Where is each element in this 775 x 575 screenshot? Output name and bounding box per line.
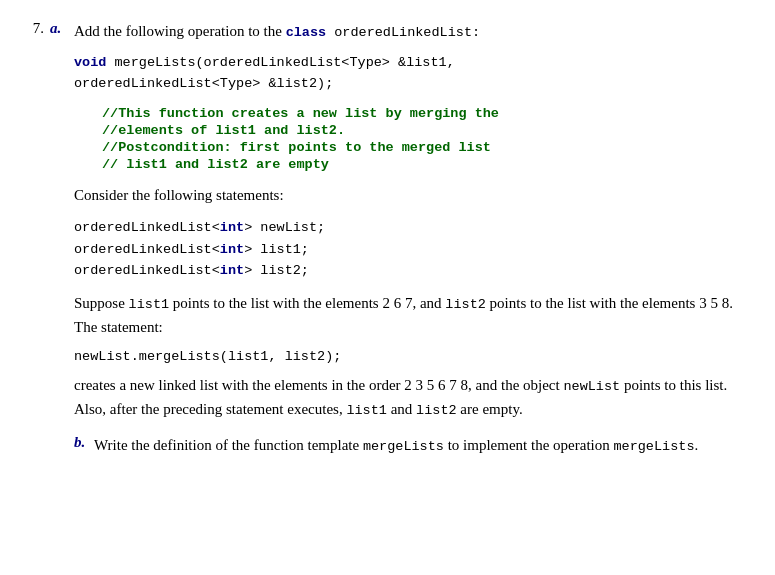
list2-ref1: list2 (445, 297, 486, 312)
mergeLists-ref1: mergeLists (363, 439, 444, 454)
decl-newlist: orderedLinkedList<int> newList; (74, 217, 745, 239)
decl-list1: orderedLinkedList<int> list1; (74, 239, 745, 261)
list2-ref2: list2 (416, 403, 457, 418)
comment-line3: //Postcondition: first points to the mer… (102, 140, 491, 155)
question-content: a. Add the following operation to the cl… (50, 20, 745, 458)
merge-statement: newList.mergeLists(list1, list2); (74, 349, 745, 364)
list1-ref1: list1 (129, 297, 170, 312)
class-keyword: class (286, 25, 327, 40)
question-number: 7. (20, 20, 50, 458)
decl-list2: orderedLinkedList<int> list2; (74, 260, 745, 282)
creates-paragraph: creates a new linked list with the eleme… (74, 374, 745, 422)
comment-line4: // list1 and list2 are empty (102, 157, 329, 172)
number-label: 7. (33, 20, 44, 36)
part-a-content: Add the following operation to the class… (74, 20, 745, 458)
question-container: 7. a. Add the following operation to the… (20, 20, 745, 458)
consider-paragraph: Consider the following statements: (74, 184, 745, 207)
list1-ref2: list1 (346, 403, 387, 418)
comment-line1: //This function creates a new list by me… (102, 106, 499, 121)
suppose-paragraph: Suppose list1 points to the list with th… (74, 292, 745, 339)
mergeLists-ref2: mergeLists (613, 439, 694, 454)
newList-ref: newList (563, 379, 620, 394)
sig-line1: void mergeLists(orderedLinkedList<Type> … (74, 53, 745, 73)
declarations-block: orderedLinkedList<int> newList; orderedL… (74, 217, 745, 282)
part-a-row: a. Add the following operation to the cl… (50, 20, 745, 458)
part-b-row: b. Write the definition of the function … (74, 434, 745, 458)
class-name: orderedLinkedList: (326, 25, 480, 40)
comment-line2: //elements of list1 and list2. (102, 123, 345, 138)
function-signature: void mergeLists(orderedLinkedList<Type> … (74, 53, 745, 94)
part-a-title: Add the following operation to the class… (74, 20, 745, 43)
sig-line2: orderedLinkedList<Type> &list2); (74, 74, 745, 94)
part-b-content: Write the definition of the function tem… (94, 434, 698, 458)
comments-block: //This function creates a new list by me… (74, 104, 745, 172)
part-b-letter: b. (74, 434, 94, 458)
part-a-letter: a. (50, 20, 74, 458)
